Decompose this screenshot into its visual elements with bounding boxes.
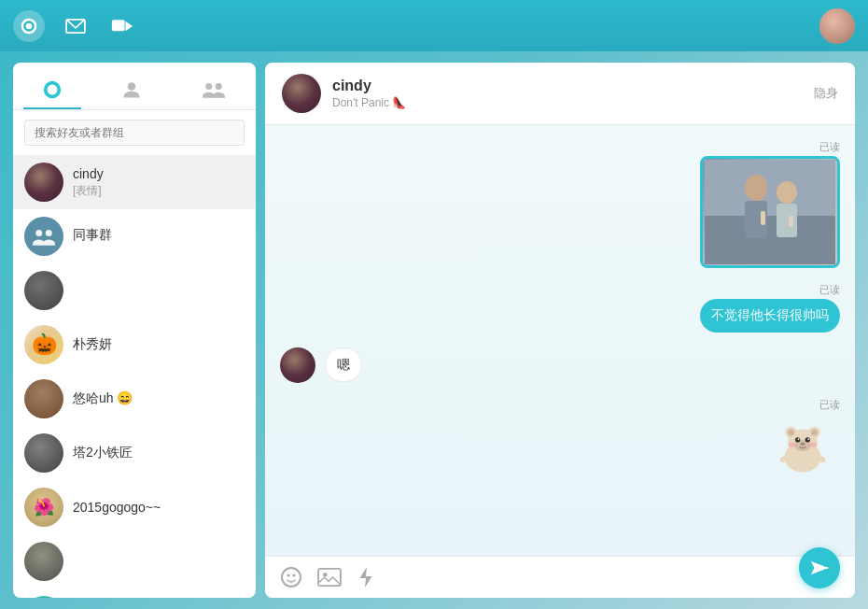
contact-name: cindy xyxy=(73,166,245,181)
read-status: 已读 xyxy=(819,140,840,154)
contact-info: cindy [表情] xyxy=(73,166,245,199)
svg-point-34 xyxy=(808,442,817,446)
svg-marker-42 xyxy=(360,567,372,588)
svg-point-29 xyxy=(805,437,810,442)
list-item[interactable] xyxy=(13,588,256,598)
topbar xyxy=(0,0,868,51)
main-layout: cindy [表情] 同事群 xyxy=(0,51,868,609)
svg-point-11 xyxy=(35,230,42,236)
avatar xyxy=(24,542,63,581)
svg-rect-14 xyxy=(705,216,835,264)
avatar xyxy=(24,433,63,473)
chat-contact-name: cindy xyxy=(332,78,803,94)
search-input[interactable] xyxy=(24,120,245,146)
svg-point-15 xyxy=(745,175,767,201)
svg-rect-19 xyxy=(761,211,765,225)
svg-point-7 xyxy=(48,85,58,95)
avatar xyxy=(280,347,315,383)
list-item[interactable]: 🌺 2015gogogo~~ xyxy=(13,480,256,534)
chat-area: cindy Don't Panic 👠 隐身 已读 xyxy=(265,63,855,598)
contact-status: [表情] xyxy=(73,183,245,199)
svg-point-9 xyxy=(205,83,212,90)
list-item[interactable]: 同事群 xyxy=(13,209,256,263)
svg-point-30 xyxy=(798,438,800,440)
svg-rect-40 xyxy=(318,569,341,586)
svg-point-38 xyxy=(287,574,290,577)
svg-point-2 xyxy=(26,22,33,29)
svg-rect-18 xyxy=(777,204,797,237)
contact-info: 塔2小铁匠 xyxy=(73,445,245,461)
list-item[interactable]: cindy [表情] xyxy=(13,155,256,209)
read-status: 已读 xyxy=(819,398,840,412)
svg-point-32 xyxy=(800,442,805,446)
svg-point-28 xyxy=(795,437,800,442)
message-row: 已读 xyxy=(280,140,840,268)
avatar xyxy=(24,379,63,418)
sticker xyxy=(765,414,840,479)
message-row: 已读 xyxy=(280,398,840,479)
svg-point-26 xyxy=(811,429,818,435)
svg-point-33 xyxy=(789,442,797,446)
contact-name: 悠哈uh 😄 xyxy=(73,390,245,407)
chat-messages: 已读 xyxy=(265,125,855,556)
message-row: 已读 不觉得他长得很帅吗 xyxy=(280,283,840,333)
user-avatar[interactable] xyxy=(819,8,855,44)
tab-groups[interactable] xyxy=(182,74,245,109)
contact-name: 塔2小铁匠 xyxy=(73,445,245,461)
avatar xyxy=(24,596,63,598)
lightning-button[interactable] xyxy=(357,566,375,588)
chat-contact-status: Don't Panic 👠 xyxy=(332,96,803,109)
svg-point-39 xyxy=(293,574,296,577)
message-bubble: 不觉得他长得很帅吗 xyxy=(700,299,840,333)
message-content: 已读 xyxy=(765,398,840,479)
emoji-button[interactable] xyxy=(280,566,302,588)
svg-point-8 xyxy=(128,82,136,91)
contact-list: cindy [表情] 同事群 xyxy=(13,155,256,598)
list-item[interactable] xyxy=(13,263,256,318)
contact-name: 同事群 xyxy=(73,227,245,244)
mail-icon[interactable] xyxy=(60,10,91,42)
svg-marker-5 xyxy=(125,21,133,30)
list-item[interactable]: 悠哈uh 😄 xyxy=(13,372,256,426)
svg-point-17 xyxy=(777,181,797,204)
avatar: 🎃 xyxy=(24,325,63,364)
list-item[interactable]: 塔2小铁匠 xyxy=(13,426,256,480)
message-content: 已读 xyxy=(700,140,840,268)
contact-info: 悠哈uh 😄 xyxy=(73,390,245,407)
message-image xyxy=(700,156,840,268)
avatar xyxy=(24,271,63,310)
message-content: 已读 不觉得他长得很帅吗 xyxy=(700,283,840,333)
tab-contacts[interactable] xyxy=(102,74,161,109)
svg-rect-20 xyxy=(789,216,793,227)
svg-rect-4 xyxy=(112,20,125,31)
svg-point-12 xyxy=(46,230,52,236)
message-bubble: 嗯 xyxy=(325,347,362,383)
contact-name: 朴秀妍 xyxy=(73,336,245,353)
avatar xyxy=(24,163,63,202)
contact-info: 朴秀妍 xyxy=(73,336,245,353)
image-button[interactable] xyxy=(317,567,342,588)
video-icon[interactable] xyxy=(106,10,138,42)
avatar xyxy=(24,217,63,256)
svg-point-37 xyxy=(282,568,301,587)
svg-point-31 xyxy=(807,438,809,440)
read-status: 已读 xyxy=(819,283,840,297)
sidebar-tabs xyxy=(13,63,256,110)
avatar: 🌺 xyxy=(24,488,63,527)
contact-name: 2015gogogo~~ xyxy=(73,500,245,515)
message-content: 嗯 xyxy=(325,347,362,383)
chat-icon[interactable] xyxy=(13,10,45,42)
contact-info: 2015gogogo~~ xyxy=(73,500,245,515)
tab-chat[interactable] xyxy=(23,74,81,109)
message-row: 嗯 xyxy=(280,347,840,383)
list-item[interactable]: 🎃 朴秀妍 xyxy=(13,318,256,372)
svg-point-25 xyxy=(788,429,794,435)
send-button[interactable] xyxy=(799,547,840,588)
contact-info: 同事群 xyxy=(73,227,245,246)
sidebar: cindy [表情] 同事群 xyxy=(13,63,256,598)
svg-point-41 xyxy=(323,573,328,577)
chat-header: cindy Don't Panic 👠 隐身 xyxy=(265,63,855,125)
chat-action-label[interactable]: 隐身 xyxy=(814,85,838,102)
chat-toolbar xyxy=(265,556,855,598)
list-item[interactable] xyxy=(13,534,256,588)
